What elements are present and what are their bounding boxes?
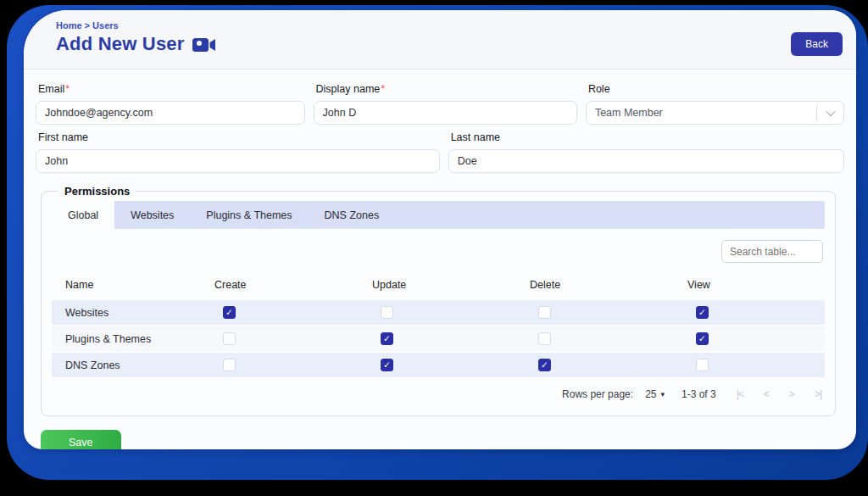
next-page-icon[interactable]: > [789, 388, 794, 400]
permissions-legend: Permissions [58, 185, 136, 198]
form-row-1: Email* Display name* Role Team Member [36, 78, 844, 125]
role-select[interactable]: Team Member [586, 101, 844, 125]
permission-checkbox-create[interactable] [223, 332, 236, 345]
permission-checkbox-delete[interactable] [538, 306, 551, 319]
cell-view: ✓ [687, 306, 825, 319]
required-asterisk: * [65, 83, 70, 95]
title-row: Add New User [56, 33, 841, 55]
tab-plugins-themes[interactable]: Plugins & Themes [190, 201, 308, 229]
permission-checkbox-view[interactable] [696, 359, 709, 371]
page-title: Add New User [56, 33, 185, 55]
permission-checkbox-update[interactable]: ✓ [381, 332, 393, 345]
display-name-field-group: Display name* [314, 78, 577, 125]
pagination-range: 1-3 of 3 [682, 388, 716, 400]
last-name-label: Last name [451, 131, 844, 143]
permission-checkbox-view[interactable]: ✓ [696, 332, 709, 345]
row-name: DNS Zones [52, 359, 214, 371]
required-asterisk: * [381, 83, 385, 95]
first-name-label: First name [38, 131, 440, 143]
cell-delete [530, 306, 687, 319]
table-row: DNS Zones✓✓ [52, 353, 825, 377]
tab-dns-zones[interactable]: DNS Zones [309, 201, 396, 229]
card-header: Home > Users Add New User Back [24, 10, 856, 70]
last-page-icon[interactable]: >| [815, 388, 821, 400]
row-name: Plugins & Themes [52, 333, 214, 345]
form-row-2: First name Last name [36, 126, 844, 173]
first-name-field-group: First name [36, 126, 440, 173]
permission-checkbox-update[interactable] [381, 306, 393, 319]
add-user-card: Home > Users Add New User Back Email* Di… [24, 10, 856, 449]
prev-page-icon[interactable]: < [764, 388, 769, 400]
rows-per-page-value: 25 [645, 388, 656, 400]
cell-view [687, 359, 825, 371]
permission-checkbox-create[interactable]: ✓ [223, 306, 236, 319]
column-header-create: Create [214, 279, 372, 291]
permission-checkbox-delete[interactable] [538, 332, 551, 345]
permission-checkbox-view[interactable]: ✓ [696, 306, 709, 319]
table-row: Plugins & Themes✓✓ [52, 326, 825, 351]
tab-websites[interactable]: Websites [114, 201, 190, 229]
last-name-input[interactable] [448, 149, 844, 173]
save-button[interactable]: Save [41, 430, 121, 449]
cell-delete [530, 332, 687, 345]
permissions-fieldset: Permissions GlobalWebsitesPlugins & Them… [41, 185, 836, 416]
first-page-icon[interactable]: |< [737, 388, 743, 400]
email-field-group: Email* [36, 78, 305, 125]
table-search-input[interactable] [721, 240, 823, 263]
breadcrumb[interactable]: Home > Users [56, 20, 841, 31]
rows-per-page-label: Rows per page: [562, 388, 633, 400]
permissions-tabs: GlobalWebsitesPlugins & ThemesDNS Zones [52, 201, 825, 229]
cell-view: ✓ [687, 332, 825, 345]
back-button[interactable]: Back [791, 32, 843, 56]
permission-checkbox-delete[interactable]: ✓ [538, 359, 551, 371]
last-name-field-group: Last name [448, 126, 844, 173]
rows-per-page-select[interactable]: 25 ▾ [645, 388, 665, 400]
row-name: Websites [52, 307, 214, 319]
cell-update: ✓ [372, 332, 530, 345]
chevron-down-icon [816, 105, 843, 120]
column-header-delete: Delete [530, 279, 687, 291]
role-field-group: Role Team Member [586, 78, 844, 125]
email-input[interactable] [36, 101, 305, 125]
user-form: Email* Display name* Role Team Member Fi… [24, 70, 856, 173]
cell-update: ✓ [372, 359, 530, 371]
cell-create [214, 332, 372, 345]
table-header-row: Name Create Update Delete View [52, 271, 825, 298]
cell-update [372, 306, 530, 319]
display-name-input[interactable] [314, 101, 577, 125]
permission-checkbox-update[interactable]: ✓ [381, 359, 393, 371]
first-name-input[interactable] [36, 149, 440, 173]
tab-global[interactable]: Global [52, 201, 114, 229]
email-label: Email* [38, 83, 305, 95]
cell-create [214, 359, 372, 371]
table-toolbar [52, 229, 825, 271]
column-header-update: Update [372, 279, 530, 291]
caret-down-icon: ▾ [660, 390, 665, 398]
permissions-table-body: Websites✓✓Plugins & Themes✓✓DNS Zones✓✓ [52, 300, 825, 377]
role-label: Role [588, 83, 844, 95]
video-camera-icon[interactable] [192, 37, 215, 53]
cell-create: ✓ [214, 306, 372, 319]
role-selected-value: Team Member [595, 107, 663, 119]
display-name-label: Display name* [316, 83, 577, 95]
column-header-name: Name [52, 279, 214, 291]
table-pagination: Rows per page: 25 ▾ 1-3 of 3 |< < > >| [52, 377, 825, 409]
column-header-view: View [687, 279, 825, 291]
table-row: Websites✓✓ [52, 300, 825, 325]
pagination-nav: |< < > >| [737, 388, 821, 400]
permission-checkbox-create[interactable] [223, 359, 236, 371]
cell-delete: ✓ [530, 359, 687, 371]
